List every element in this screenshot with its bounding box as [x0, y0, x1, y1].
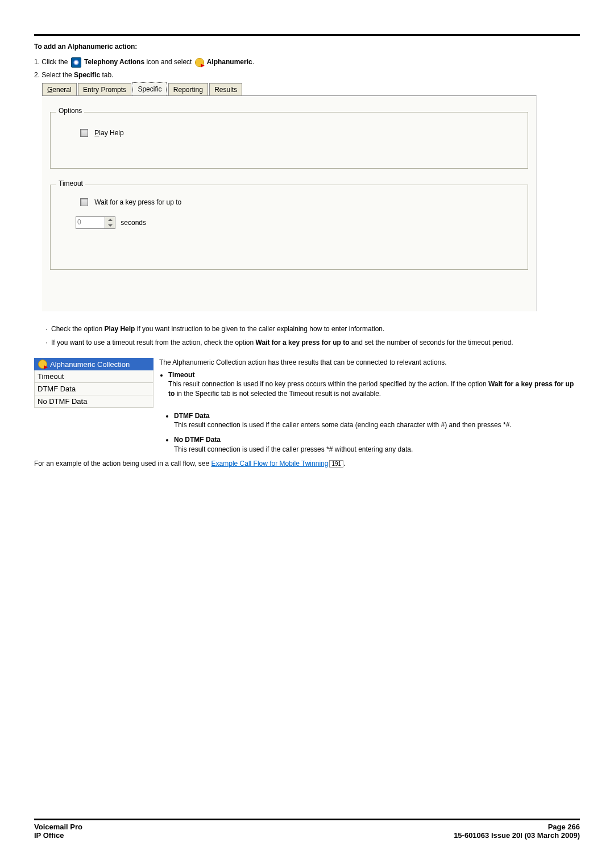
example-paragraph: For an example of the action being used … — [34, 460, 580, 468]
play-help-checkbox[interactable] — [80, 129, 88, 137]
result-row-no-dtmf-data: No DTMF Data — [34, 395, 154, 408]
tab-reporting[interactable]: Reporting — [168, 83, 208, 95]
timeout-groupbox-legend: Timeout — [56, 180, 85, 187]
footer-page-number: Page 266 — [548, 823, 580, 831]
timeout-seconds-spinner[interactable]: 0 — [76, 216, 115, 229]
wait-keypress-label: Wait for a key press for up to — [94, 198, 181, 206]
note-wait-keypress: · If you want to use a timeout result fr… — [45, 339, 580, 347]
footer-doc-issue: 15-601063 Issue 20l (03 March 2009) — [454, 831, 580, 840]
wait-keypress-checkbox[interactable] — [80, 198, 88, 206]
result-desc-no-dtmf-data: No DTMF Data This result connection is u… — [174, 435, 580, 453]
options-groupbox-legend: Options — [56, 107, 84, 115]
step-2: 2. Select the Specific tab. — [34, 71, 580, 79]
page-ref-box: 191 — [329, 460, 343, 468]
example-call-flow-link[interactable]: Example Call Flow for Mobile Twinning — [211, 460, 329, 468]
tab-strip: GGeneraleneral Entry Prompts Specific Re… — [42, 82, 537, 96]
tab-general[interactable]: GGeneraleneral — [42, 83, 77, 95]
alphanumeric-icon — [195, 58, 204, 67]
note-play-help: · Check the option Play Help if you want… — [45, 325, 580, 333]
specific-tab-screenshot: GGeneraleneral Entry Prompts Specific Re… — [42, 82, 537, 311]
play-help-label: Play Help — [94, 129, 123, 137]
result-desc-dtmf-data: DTMF Data This result connection is used… — [174, 411, 580, 429]
result-row-dtmf-data: DTMF Data — [34, 383, 154, 395]
notes-list: · Check the option Play Help if you want… — [45, 325, 580, 347]
results-widget-header: Alphanumeric Collection — [34, 358, 154, 370]
footer-product-line: IP Office — [34, 831, 64, 840]
section-heading: To add an Alphanumeric action: — [34, 43, 580, 51]
tab-specific[interactable]: Specific — [132, 82, 167, 95]
results-intro-text: The Alphanumeric Collection action has t… — [159, 358, 447, 366]
tab-entry-prompts[interactable]: Entry Prompts — [78, 83, 131, 95]
seconds-label: seconds — [121, 219, 146, 227]
alphanumeric-results-widget: Alphanumeric Collection Timeout DTMF Dat… — [34, 358, 154, 408]
tab-results[interactable]: Results — [209, 83, 242, 95]
telephony-actions-icon — [71, 57, 81, 68]
step-1: 1. Click the Telephony Actions icon and … — [34, 57, 580, 68]
result-row-timeout: Timeout — [34, 370, 154, 383]
footer-product-name: Voicemail Pro — [34, 823, 82, 831]
alphanumeric-icon — [38, 360, 47, 369]
result-desc-timeout: Timeout This result connection is used i… — [168, 370, 580, 398]
